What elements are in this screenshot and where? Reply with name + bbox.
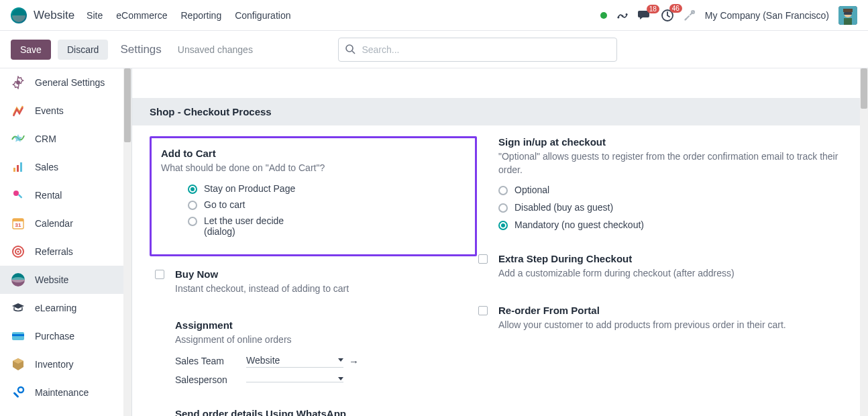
setting-buy-now: Buy Now Instant checkout, instead of add… [150,268,477,304]
svg-rect-29 [13,392,19,398]
menu-site[interactable]: Site [87,10,103,21]
website-icon [11,272,25,287]
content-scrollbar[interactable] [860,68,868,416]
setting-title: Extra Step During Checkout [498,253,843,264]
radio-option-mandatory[interactable]: Mandatory (no guest checkout) [498,219,843,230]
activities-badge: 46 [669,4,682,13]
company-selector[interactable]: My Company (San Francisco) [705,10,829,21]
setting-title: Re-order From Portal [498,305,843,316]
sidebar-item-rental[interactable]: Rental [0,181,131,209]
svg-rect-14 [17,165,19,172]
radio-label: Disabled (buy as guest) [514,202,613,213]
sidebar-item-referrals[interactable]: Referrals [0,238,131,266]
setting-desc: Assignment of online orders [175,333,477,347]
menu-ecommerce[interactable]: eCommerce [116,10,167,21]
setting-whatsapp: Send order details Using WhatsApp [150,408,477,416]
radio-label: Optional [514,185,549,195]
radio-option-disabled[interactable]: Disabled (buy as guest) [498,202,843,213]
crm-icon [11,132,25,146]
svg-point-1 [621,15,623,17]
sidebar-item-label: eLearning [35,303,76,313]
sidebar-item-label: Maintenance [35,387,89,398]
sidebar-item-website[interactable]: Website [0,266,131,294]
purchase-icon [11,329,25,344]
search-icon [345,44,356,56]
setting-desc: Allow your customer to add products from… [498,319,843,332]
external-link-icon[interactable]: → [349,356,359,367]
top-navbar: Website Site eCommerce Reporting Configu… [0,0,868,31]
messages-badge: 18 [647,5,659,13]
setting-desc: Add a customizable form during checkout … [498,267,843,280]
svg-point-2 [625,13,627,15]
field-sales-team[interactable]: Website [246,355,343,368]
radio-option-go-to-cart[interactable]: Go to cart [188,199,466,210]
activities-icon[interactable]: 46 [661,9,674,22]
manufacturing-icon [11,413,25,416]
setting-desc: Instant checkout, instead of adding to c… [175,282,477,296]
svg-rect-17 [18,194,23,199]
sidebar-item-label: Purchase [35,331,74,342]
radio-option-optional[interactable]: Optional [498,185,843,195]
svg-rect-9 [844,18,852,25]
app-title[interactable]: Website [34,9,74,22]
user-avatar[interactable] [838,6,857,25]
settings-content: Shop - Checkout Process Add to Cart What… [131,68,868,416]
sidebar-item-inventory[interactable]: Inventory [0,350,131,378]
elearning-icon [11,301,25,315]
sidebar-item-purchase[interactable]: Purchase [0,322,131,350]
menu-configuration[interactable]: Configuration [235,10,290,21]
sidebar-item-calendar[interactable]: 31 Calendar [0,209,131,238]
sidebar-item-label: Rental [35,190,62,201]
app-logo-icon[interactable] [11,7,27,23]
checkbox-buy-now[interactable] [155,270,164,279]
radio-label: Let the user decide (dialog) [204,215,291,237]
sidebar-item-maintenance[interactable]: Maintenance [0,378,131,407]
svg-point-23 [17,251,19,253]
sales-icon [11,160,25,174]
highlighted-setting: Add to Cart What should be done on "Add … [150,136,477,256]
discard-button[interactable]: Discard [58,40,108,60]
sidebar-item-crm[interactable]: CRM [0,125,131,153]
search-container [338,38,617,62]
sidebar-item-sales[interactable]: Sales [0,153,131,181]
checkbox-reorder[interactable] [478,306,488,315]
setting-title-add-to-cart: Add to Cart [161,148,466,159]
main-menu: Site eCommerce Reporting Configuration [87,10,290,21]
presence-status-icon[interactable] [600,12,607,19]
messages-icon[interactable]: 18 [638,9,651,21]
radio-icon [188,201,197,210]
setting-title: Buy Now [175,268,477,280]
field-label-salesperson: Salesperson [175,374,246,385]
calendar-icon: 31 [11,216,25,231]
sidebar-item-label: Events [35,105,64,116]
field-salesperson[interactable] [246,377,343,382]
search-input[interactable] [338,38,617,62]
referrals-icon [11,244,25,259]
sidebar-item-general-settings[interactable]: General Settings [0,68,131,97]
save-button[interactable]: Save [11,40,51,60]
field-value: Website [246,355,280,366]
radio-icon [498,186,508,195]
sidebar-item-elearning[interactable]: eLearning [0,294,131,322]
control-bar: Save Discard Settings Unsaved changes [0,31,868,68]
sidebar-item-events[interactable]: Events [0,97,131,125]
tools-icon[interactable] [684,9,696,21]
caret-down-icon [338,377,343,380]
events-icon [11,103,25,118]
radio-option-stay[interactable]: Stay on Product Page [188,183,466,194]
svg-point-0 [617,16,619,18]
radio-option-user-decide[interactable]: Let the user decide (dialog) [188,215,466,237]
setting-title: Assignment [175,319,477,331]
setting-extra-step: Extra Step During Checkout Add a customi… [478,253,843,289]
sidebar-scrollbar[interactable] [123,68,131,416]
sidebar-item-manufacturing[interactable]: Manufacturing [0,407,131,416]
setting-desc: What should be done on "Add to Cart"? [161,162,466,175]
menu-reporting[interactable]: Reporting [180,10,221,21]
setting-signin: Sign in/up at checkout "Optional" allows… [498,136,843,237]
debug-icon[interactable] [616,11,629,20]
main-area: General Settings Events CRM Sales Rental… [0,68,868,416]
radio-icon [188,217,197,226]
sidebar-item-label: Referrals [35,246,73,257]
checkbox-extra-step[interactable] [478,254,488,264]
svg-rect-7 [844,12,852,15]
